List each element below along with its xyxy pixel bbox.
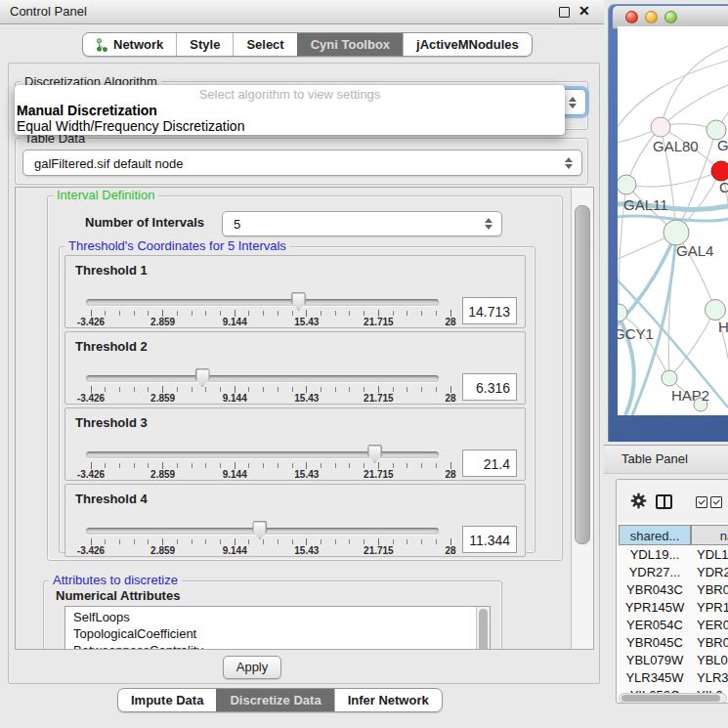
slider-tick bbox=[364, 463, 364, 468]
table-row[interactable]: YLR345WYLR3 bbox=[619, 669, 728, 687]
slider-tick bbox=[306, 462, 307, 469]
slider-track[interactable] bbox=[86, 299, 439, 306]
zoom-window-button[interactable] bbox=[664, 11, 677, 23]
slider-tick bbox=[393, 463, 394, 468]
table-row[interactable]: YBR043CYBR0 bbox=[619, 581, 728, 599]
table-panel-title: Table Panel bbox=[621, 451, 688, 466]
slider-tick-label: 9.144 bbox=[223, 317, 247, 327]
slider-tick bbox=[248, 539, 249, 544]
slider-tick bbox=[192, 311, 193, 316]
tab-style[interactable]: Style bbox=[176, 33, 233, 56]
attribute-item-selfloops[interactable]: SelfLoops bbox=[65, 609, 490, 625]
number-of-intervals-value: 5 bbox=[234, 217, 240, 232]
node-gal80[interactable] bbox=[651, 117, 670, 137]
slider-tick bbox=[378, 386, 379, 393]
network-canvas[interactable]: GAL80GACGAL11GAL4GCY1HHAP2 bbox=[618, 26, 728, 415]
slider-tick bbox=[105, 311, 106, 316]
slider-tick bbox=[321, 311, 321, 316]
table-hscrollbar-thumb[interactable] bbox=[621, 695, 720, 702]
table-cell: YBR043C bbox=[619, 581, 691, 599]
threshold-value-box[interactable]: 21.4 bbox=[462, 450, 517, 477]
float-icon[interactable] bbox=[559, 7, 570, 18]
table-row[interactable]: YDL19...YDL1 bbox=[619, 546, 728, 564]
table-row[interactable]: YBL079WYBL0 bbox=[619, 652, 728, 669]
control-panel-titlebar: Control Panel ✕ bbox=[0, 0, 604, 24]
close-icon[interactable]: ✕ bbox=[578, 3, 590, 19]
slider-tick-label: 2.859 bbox=[150, 469, 175, 480]
tab-discretize-data[interactable]: Discretize Data bbox=[216, 689, 333, 711]
minimize-window-button[interactable] bbox=[645, 11, 658, 23]
slider-tick bbox=[177, 463, 178, 468]
column-header-shared[interactable]: shared... bbox=[619, 525, 691, 545]
gear-icon[interactable] bbox=[630, 492, 647, 509]
slider-thumb[interactable] bbox=[367, 445, 382, 463]
slider-tick bbox=[148, 311, 149, 316]
slider-thumb[interactable] bbox=[195, 368, 210, 387]
slider-track[interactable] bbox=[86, 451, 439, 458]
table-row[interactable]: YER054CYER0 bbox=[619, 617, 728, 634]
slider-track[interactable] bbox=[86, 375, 439, 382]
screen: Control Panel ✕ NetworkStyleSelectCyni T… bbox=[0, 0, 728, 728]
table-cell: YBR0 bbox=[697, 634, 728, 652]
table-data-combobox[interactable]: galFiltered.sif default node bbox=[22, 150, 582, 176]
algorithm-option-equal-width-frequency-discretization[interactable]: Equal Width/Frequency Discretization bbox=[15, 118, 565, 134]
threshold-value-box[interactable]: 11.344 bbox=[462, 526, 517, 553]
threshold-value-box[interactable]: 14.713 bbox=[462, 297, 517, 324]
slider-tick bbox=[421, 463, 422, 468]
tab-label: jActiveMNodules bbox=[416, 37, 519, 52]
slider-tick bbox=[306, 386, 307, 393]
node-hap2[interactable] bbox=[662, 370, 677, 386]
column-header-na[interactable]: na bbox=[691, 525, 728, 545]
slider-tick-label: -3.426 bbox=[77, 317, 105, 327]
tab-infer-network[interactable]: Infer Network bbox=[334, 689, 442, 711]
node-gal11[interactable] bbox=[618, 175, 636, 194]
slider-tick bbox=[91, 386, 92, 393]
threshold-value-box[interactable]: 6.316 bbox=[462, 373, 517, 401]
tab-network[interactable]: Network bbox=[83, 33, 176, 56]
slider-tick bbox=[364, 387, 364, 392]
algorithm-option-manual-discretization[interactable]: Manual Discretization bbox=[15, 103, 565, 118]
node-gcy1[interactable] bbox=[618, 304, 627, 321]
slider-tick-label: 2.859 bbox=[150, 545, 175, 556]
node-red[interactable] bbox=[711, 161, 728, 181]
slider-thumb[interactable] bbox=[291, 292, 306, 311]
threshold-label: Threshold 1 bbox=[75, 263, 148, 278]
number-of-intervals-combobox[interactable]: 5 bbox=[222, 211, 502, 236]
slider-tick bbox=[177, 311, 178, 316]
numerical-attributes-list: SelfLoopsTopologicalCoefficientBetweenne… bbox=[64, 606, 491, 650]
tab-impute-data[interactable]: Impute Data bbox=[118, 689, 216, 711]
slider-tick bbox=[378, 310, 379, 317]
table-cell: YLR345W bbox=[619, 669, 691, 687]
slider-tick bbox=[393, 539, 394, 544]
table-row[interactable]: YPR145WYPR1 bbox=[619, 599, 728, 617]
checkbox-icon[interactable] bbox=[710, 496, 722, 508]
slider-tick bbox=[235, 386, 236, 393]
slider-thumb[interactable] bbox=[252, 521, 267, 539]
slider-tick bbox=[162, 538, 163, 545]
settings-scroll-panel: Interval Definition Number of Intervals … bbox=[15, 187, 594, 650]
table-row[interactable]: YDR27...YDR2 bbox=[619, 564, 728, 581]
node-right-mid[interactable] bbox=[706, 300, 726, 321]
slider-tick bbox=[192, 387, 193, 392]
split-columns-icon[interactable] bbox=[656, 494, 672, 509]
slider-tick bbox=[134, 539, 135, 544]
slider-tick bbox=[450, 386, 451, 393]
list-scrollbar-thumb[interactable] bbox=[479, 609, 488, 650]
tab-cyni-toolbox[interactable]: Cyni Toolbox bbox=[297, 33, 403, 56]
tab-jactivemnodules[interactable]: jActiveMNodules bbox=[403, 33, 532, 56]
attribute-item-topologicalcoefficient[interactable]: TopologicalCoefficient bbox=[65, 625, 490, 642]
panel-scrollbar[interactable] bbox=[571, 188, 593, 649]
panel-scrollbar-thumb[interactable] bbox=[575, 205, 590, 544]
checkbox-icon[interactable] bbox=[696, 496, 707, 508]
table-hscrollbar[interactable] bbox=[619, 693, 727, 704]
list-scrollbar[interactable] bbox=[476, 607, 490, 650]
network-node-label: HAP2 bbox=[671, 387, 709, 404]
tab-select[interactable]: Select bbox=[233, 33, 296, 56]
threshold-label: Threshold 4 bbox=[75, 492, 148, 506]
table-row[interactable]: YBR045CYBR0 bbox=[619, 634, 728, 652]
apply-button[interactable]: Apply bbox=[223, 656, 281, 679]
attribute-item-betweennesscentrality[interactable]: BetweennessCentrality bbox=[65, 642, 490, 650]
slider-tick bbox=[349, 311, 350, 316]
close-window-button[interactable] bbox=[625, 11, 638, 23]
slider-tick bbox=[192, 463, 193, 468]
